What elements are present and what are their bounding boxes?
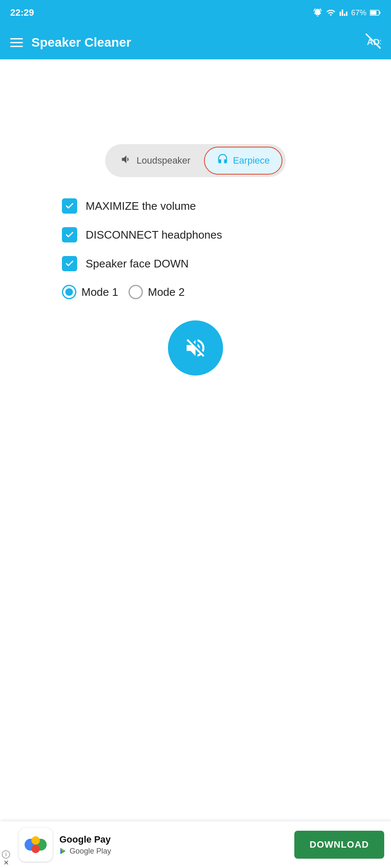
- radio-mode2[interactable]: Mode 2: [128, 285, 185, 299]
- ad-text: Google Pay Google Play: [59, 834, 288, 856]
- ad-store-name: Google Play: [70, 847, 111, 856]
- option-speaker-face-down-label: Speaker face DOWN: [86, 257, 189, 270]
- status-time: 22:29: [10, 7, 34, 18]
- mode-selection: Mode 1 Mode 2: [62, 285, 355, 299]
- radio-mode2-outer: [128, 285, 143, 299]
- battery-text: 67%: [351, 8, 366, 17]
- checkbox-speaker-face-down[interactable]: [62, 256, 77, 271]
- wifi-icon: [326, 8, 336, 17]
- info-icon: i: [2, 850, 10, 859]
- tab-earpiece[interactable]: Earpiece: [204, 147, 282, 175]
- google-pay-logo: [22, 831, 49, 858]
- option-speaker-face-down: Speaker face DOWN: [62, 256, 355, 271]
- ad-close-button[interactable]: i ✕: [0, 849, 12, 868]
- play-button[interactable]: [168, 320, 223, 376]
- checkbox-disconnect-headphones[interactable]: [62, 227, 77, 242]
- mute-icon: [184, 336, 207, 360]
- svg-rect-1: [371, 11, 377, 15]
- earpiece-icon: [217, 153, 229, 168]
- svg-point-7: [31, 836, 40, 845]
- alarm-icon: [313, 8, 322, 17]
- radio-mode1-outer: [62, 285, 76, 299]
- signal-icon: [339, 8, 348, 17]
- battery-icon: [370, 9, 381, 16]
- svg-rect-2: [379, 11, 380, 14]
- tab-loudspeaker[interactable]: Loudspeaker: [109, 147, 202, 174]
- main-content: Loudspeaker Earpiece MAXIMIZE the volume: [0, 59, 391, 831]
- option-disconnect-headphones: DISCONNECT headphones: [62, 227, 355, 242]
- ad-subtitle-row: Google Play: [59, 847, 288, 856]
- ad-app-name: Google Pay: [59, 834, 288, 845]
- google-play-icon: [59, 847, 67, 855]
- no-ads-icon[interactable]: ADS: [366, 33, 381, 52]
- status-bar: 22:29 67%: [0, 0, 391, 25]
- radio-mode1[interactable]: Mode 1: [62, 285, 118, 299]
- menu-button[interactable]: [10, 38, 23, 47]
- download-label: DOWNLOAD: [310, 839, 369, 850]
- options-section: MAXIMIZE the volume DISCONNECT headphone…: [36, 198, 355, 299]
- tab-earpiece-label: Earpiece: [233, 155, 270, 166]
- app-title: Speaker Cleaner: [31, 35, 131, 50]
- radio-mode2-label: Mode 2: [148, 286, 185, 299]
- status-icons: 67%: [313, 8, 381, 17]
- tab-loudspeaker-label: Loudspeaker: [137, 155, 190, 166]
- radio-mode1-label: Mode 1: [81, 286, 118, 299]
- option-maximize-volume: MAXIMIZE the volume: [62, 198, 355, 214]
- tab-switcher: Loudspeaker Earpiece: [105, 144, 286, 177]
- option-disconnect-headphones-label: DISCONNECT headphones: [86, 228, 222, 242]
- close-icon: ✕: [3, 860, 9, 866]
- ad-banner: i ✕ Google Pay Google Play DOWNLOAD: [0, 821, 391, 868]
- option-maximize-volume-label: MAXIMIZE the volume: [86, 200, 196, 213]
- download-button[interactable]: DOWNLOAD: [294, 831, 384, 859]
- ad-logo: [19, 828, 53, 862]
- svg-point-8: [31, 845, 40, 853]
- radio-mode1-inner: [65, 288, 73, 296]
- checkbox-maximize-volume[interactable]: [62, 198, 77, 214]
- toolbar: Speaker Cleaner ADS: [0, 25, 391, 59]
- speaker-icon: [120, 153, 132, 168]
